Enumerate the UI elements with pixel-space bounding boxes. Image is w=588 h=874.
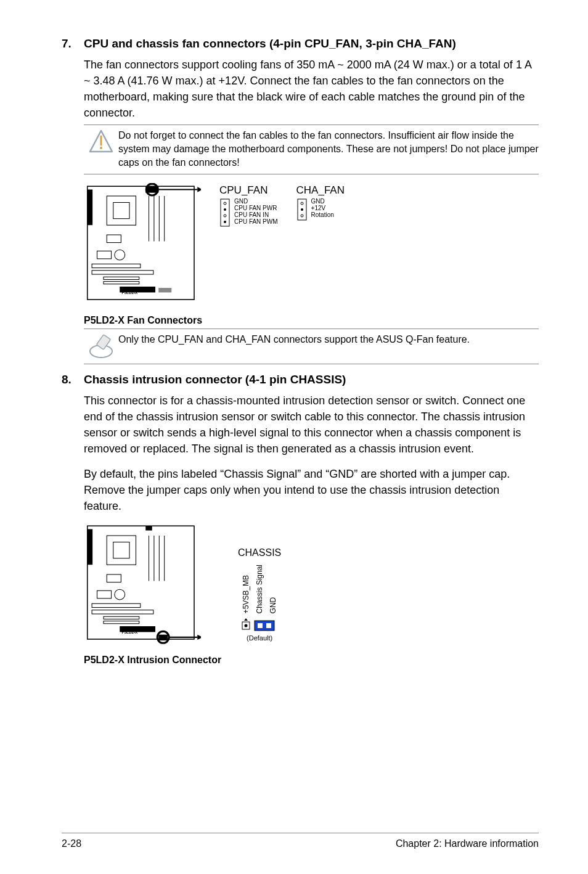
section7-num: 7. bbox=[62, 37, 84, 51]
svg-rect-8 bbox=[107, 196, 136, 225]
chassis-default: (Default) bbox=[247, 634, 272, 642]
svg-rect-44 bbox=[107, 574, 121, 582]
svg-rect-19 bbox=[104, 277, 139, 279]
page-footer: 2-28 Chapter 2: Hardware information bbox=[62, 833, 539, 849]
svg-rect-20 bbox=[104, 282, 139, 284]
svg-rect-38 bbox=[107, 536, 136, 565]
cpu-fan-header-icon bbox=[219, 198, 231, 229]
cha-fan-pin-1: +12V bbox=[311, 205, 334, 211]
svg-point-27 bbox=[224, 208, 226, 211]
section7-warning: Do not forget to connect the fan cables … bbox=[84, 125, 539, 174]
chassis-pin-2: GND bbox=[269, 565, 277, 613]
svg-rect-60 bbox=[255, 621, 274, 631]
warning-icon bbox=[84, 129, 118, 155]
svg-marker-56 bbox=[197, 634, 201, 639]
section7-note: Only the CPU_FAN and CHA_FAN connectors … bbox=[84, 329, 539, 364]
cpu-fan-group: CPU_FAN GND CPU FAN PWR CPU FAN IN CPU F… bbox=[219, 184, 278, 229]
section8-body1: This connector is for a chassis-mounted … bbox=[84, 393, 539, 457]
cha-fan-group: CHA_FAN GND +12V Rotation bbox=[296, 184, 345, 223]
svg-rect-45 bbox=[97, 590, 112, 598]
svg-marker-63 bbox=[244, 618, 248, 621]
pencil-icon bbox=[84, 333, 118, 359]
chassis-connector-detail: CHASSIS +5VSB_MB Chassis Signal GND bbox=[238, 547, 281, 642]
chassis-intrusion-diagram: P5LD2-X CHASSIS +5VSB_MB Chassis Signal … bbox=[84, 523, 539, 666]
cpu-fan-pin-0: GND bbox=[234, 198, 278, 205]
svg-rect-17 bbox=[92, 264, 141, 268]
section8-num: 8. bbox=[62, 373, 84, 386]
svg-rect-37 bbox=[145, 526, 152, 530]
cpu-fan-title: CPU_FAN bbox=[219, 184, 278, 197]
svg-point-46 bbox=[115, 589, 125, 600]
section7-title: CPU and chassis fan connectors (4-pin CP… bbox=[84, 37, 539, 51]
svg-point-32 bbox=[301, 208, 303, 211]
svg-rect-61 bbox=[258, 623, 263, 628]
section8-title: Chassis intrusion connector (4-1 pin CHA… bbox=[84, 373, 539, 386]
svg-rect-14 bbox=[107, 235, 121, 243]
section8-body2: By default, the pins labeled “Chassis Si… bbox=[84, 466, 539, 514]
chassis-title: CHASSIS bbox=[238, 547, 281, 558]
svg-rect-47 bbox=[92, 603, 141, 607]
svg-rect-24 bbox=[88, 190, 92, 226]
svg-rect-48 bbox=[92, 610, 153, 614]
svg-text:P5LD2-X: P5LD2-X bbox=[121, 629, 138, 634]
footer-right: Chapter 2: Hardware information bbox=[396, 838, 539, 849]
section7-warning-text: Do not forget to connect the fan cables … bbox=[118, 129, 539, 169]
svg-point-16 bbox=[115, 250, 125, 260]
cpu-fan-pin-1: CPU FAN PWR bbox=[234, 205, 278, 211]
svg-point-28 bbox=[224, 214, 226, 217]
svg-rect-53 bbox=[158, 634, 168, 640]
svg-marker-7 bbox=[197, 187, 201, 192]
svg-rect-62 bbox=[266, 623, 271, 628]
svg-point-59 bbox=[245, 624, 248, 627]
svg-rect-39 bbox=[113, 542, 129, 558]
section8-heading: 8. Chassis intrusion connector (4-1 pin … bbox=[62, 373, 539, 386]
svg-rect-49 bbox=[104, 616, 139, 619]
cpu-fan-pin-3: CPU FAN PWM bbox=[234, 218, 278, 225]
section7-body: The fan connectors support cooling fans … bbox=[84, 57, 539, 121]
svg-text:P5LD2-X: P5LD2-X bbox=[121, 290, 138, 295]
motherboard-outline: P5LD2-X bbox=[84, 183, 201, 312]
cha-fan-pin-0: GND bbox=[311, 198, 334, 205]
svg-rect-9 bbox=[113, 203, 129, 219]
cha-fan-header-icon bbox=[296, 198, 308, 223]
svg-rect-15 bbox=[97, 251, 112, 259]
chassis-diagram-caption: P5LD2-X Intrusion Connector bbox=[84, 655, 539, 666]
svg-rect-23 bbox=[158, 288, 171, 292]
chassis-pin-0: +5VSB_MB bbox=[242, 565, 250, 613]
footer-left: 2-28 bbox=[62, 838, 81, 849]
fan-connectors-diagram: P5LD2-X CPU_FAN GND bbox=[84, 183, 539, 326]
chassis-pin-1: Chassis Signal bbox=[255, 565, 264, 613]
svg-point-33 bbox=[301, 214, 303, 217]
svg-point-31 bbox=[301, 202, 303, 205]
svg-rect-18 bbox=[92, 271, 153, 274]
cpu-fan-pin-2: CPU FAN IN bbox=[234, 211, 278, 218]
svg-point-29 bbox=[224, 221, 226, 223]
jumper-icon bbox=[241, 617, 278, 633]
section7-note-text: Only the CPU_FAN and CHA_FAN connectors … bbox=[118, 333, 539, 346]
fan-diagram-caption: P5LD2-X Fan Connectors bbox=[84, 315, 539, 326]
section7-heading: 7. CPU and chassis fan connectors (4-pin… bbox=[62, 37, 539, 51]
svg-point-2 bbox=[100, 147, 102, 149]
svg-rect-57 bbox=[88, 529, 92, 565]
cha-fan-pin-2: Rotation bbox=[311, 211, 334, 218]
svg-rect-50 bbox=[104, 621, 139, 623]
svg-point-26 bbox=[224, 202, 226, 205]
cha-fan-title: CHA_FAN bbox=[296, 184, 345, 197]
motherboard-outline-2: P5LD2-X bbox=[84, 523, 201, 652]
